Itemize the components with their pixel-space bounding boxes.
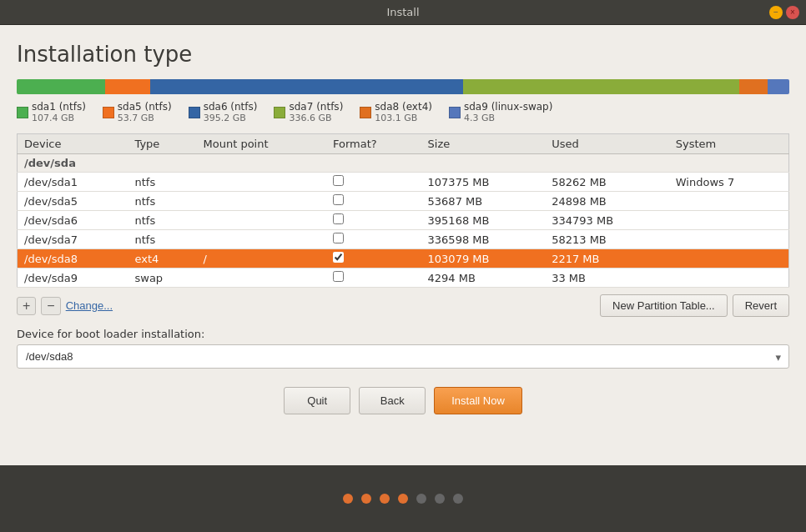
format-checkbox[interactable] [333,175,344,186]
legend-label-sda9: sda9 (linux-swap) [464,101,552,113]
legend-size-sda9: 4.3 GB [464,113,552,123]
table-row[interactable]: /dev/sda6 ntfs 395168 MB 334793 MB [18,211,789,230]
legend-color-sda6 [189,107,200,118]
progress-dot-7 [453,494,463,504]
progress-dot-6 [435,494,445,504]
install-now-button[interactable]: Install Now [434,387,522,414]
cell-format[interactable] [326,230,421,249]
cell-system [669,230,789,249]
cell-format[interactable] [326,269,421,288]
col-mount: Mount point [197,134,326,154]
legend-color-sda8 [360,107,371,118]
progress-dot-4 [398,494,408,504]
legend-label-sda7: sda7 (ntfs) [289,101,343,113]
window-controls: − × [769,6,799,19]
cell-size: 4294 MB [421,269,546,288]
cell-format[interactable] [326,211,421,230]
legend-size-sda1: 107.4 GB [32,113,86,123]
legend-item-sda1: sda1 (ntfs) 107.4 GB [17,101,86,123]
legend-size-sda7: 336.6 GB [289,113,343,123]
cell-mount [197,192,326,211]
disk-segment-gap2 [739,79,745,94]
group-dev-sda: /dev/sda [18,154,789,173]
disk-segment-sda6 [150,79,463,94]
cell-device: /dev/sda6 [18,211,128,230]
cell-type: ext4 [128,249,197,269]
legend-item-sda9: sda9 (linux-swap) 4.3 GB [449,101,552,123]
cell-size: 107375 MB [421,173,546,192]
col-size: Size [421,134,546,154]
bootloader-section: Device for boot loader installation: /de… [17,321,789,377]
format-checkbox[interactable] [333,213,344,224]
disk-segment-sda8 [745,79,768,94]
disk-segment-sda7 [463,79,739,94]
disk-segment-sda5 [121,79,150,94]
quit-button[interactable]: Quit [284,387,350,414]
add-partition-button[interactable]: + [17,297,36,315]
table-row[interactable]: /dev/sda7 ntfs 336598 MB 58213 MB [18,230,789,249]
action-row: Quit Back Install Now [17,377,789,414]
format-checkbox[interactable] [333,271,344,282]
legend-label-sda6: sda6 (ntfs) [204,101,258,113]
cell-used: 24898 MB [545,192,669,211]
col-type: Type [128,134,197,154]
revert-button[interactable]: Revert [733,294,789,317]
table-row-selected[interactable]: /dev/sda8 ext4 / 103079 MB 2217 MB [18,249,789,269]
legend-size-sda8: 103.1 GB [375,113,432,123]
legend-size-sda6: 395.2 GB [204,113,258,123]
change-partition-button[interactable]: Change... [66,299,113,312]
legend-color-sda7 [274,107,285,118]
cell-used: 58213 MB [545,230,669,249]
cell-format[interactable] [326,249,421,269]
cell-used: 58262 MB [545,173,669,192]
bootloader-label: Device for boot loader installation: [17,328,789,340]
cell-mount [197,269,326,288]
cell-type: ntfs [128,173,197,192]
cell-used: 33 MB [545,269,669,288]
disk-segment-gap1 [105,79,121,94]
format-checkbox[interactable] [333,252,344,263]
legend-item-sda6: sda6 (ntfs) 395.2 GB [189,101,258,123]
cell-format[interactable] [326,173,421,192]
partition-toolbar: + − Change... New Partition Table... Rev… [17,288,789,321]
bootloader-select-wrap: /dev/sda8 /dev/sda /dev/sda1 /dev/sda5 ▾ [17,344,789,369]
legend-label-sda1: sda1 (ntfs) [32,101,86,113]
cell-type: swap [128,269,197,288]
cell-system [669,211,789,230]
close-button[interactable]: × [786,6,799,19]
legend-size-sda5: 53.7 GB [118,113,172,123]
cell-mount [197,211,326,230]
cell-mount [197,230,326,249]
progress-dot-5 [416,494,426,504]
bootloader-select[interactable]: /dev/sda8 /dev/sda /dev/sda1 /dev/sda5 [17,344,789,369]
back-button[interactable]: Back [359,387,426,414]
legend-color-sda9 [449,107,461,118]
titlebar: Install − × [0,0,806,25]
table-header-row: Device Type Mount point Format? Size Use… [18,134,789,154]
minimize-button[interactable]: − [769,6,783,19]
legend-label-sda8: sda8 (ext4) [375,101,432,113]
legend-item-sda8: sda8 (ext4) 103.1 GB [360,101,432,123]
cell-format[interactable] [326,192,421,211]
table-row[interactable]: /dev/sda1 ntfs 107375 MB 58262 MB Window… [18,173,789,192]
format-checkbox[interactable] [333,194,344,205]
remove-partition-button[interactable]: − [41,297,60,315]
cell-size: 395168 MB [421,211,546,230]
toolbar-right: New Partition Table... Revert [600,294,789,317]
progress-dot-2 [361,494,371,504]
legend-color-sda1 [17,107,28,118]
disk-segment-sda1 [17,79,105,94]
col-used: Used [545,134,669,154]
format-checkbox[interactable] [333,233,344,243]
main-content: Installation type sda1 (ntfs) 107.4 GB s… [0,25,806,465]
table-row[interactable]: /dev/sda5 ntfs 53687 MB 24898 MB [18,192,789,211]
new-partition-table-button[interactable]: New Partition Table... [600,294,728,317]
cell-system [669,192,789,211]
cell-type: ntfs [128,192,197,211]
cell-system [669,269,789,288]
cell-type: ntfs [128,230,197,249]
cell-mount [197,173,326,192]
cell-size: 336598 MB [421,230,546,249]
table-row[interactable]: /dev/sda9 swap 4294 MB 33 MB [18,269,789,288]
cell-device: /dev/sda5 [18,192,128,211]
